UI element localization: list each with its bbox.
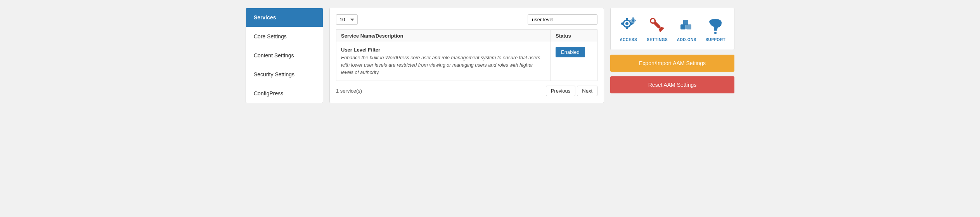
previous-button[interactable]: Previous [546,86,576,96]
support-label: SUPPORT [705,38,725,42]
sidebar-item-services[interactable]: Services [246,8,323,27]
service-cell: User Level Filter Enhance the built-in W… [336,42,551,81]
svg-rect-20 [680,24,686,29]
svg-rect-4 [626,18,628,20]
col-status-header: Status [551,30,597,42]
support-icon [706,16,725,34]
svg-point-3 [632,19,634,22]
svg-rect-22 [683,20,688,25]
table-footer: 1 service(s) Previous Next [336,86,597,96]
access-icon-item[interactable]: ACCESS [619,16,638,42]
svg-rect-14 [635,20,636,21]
reset-settings-button[interactable]: Reset AAM Settings [610,76,734,93]
access-icon [619,16,638,34]
sidebar: Services Core Settings Content Settings … [246,8,323,103]
svg-point-23 [714,32,717,34]
service-count: 1 service(s) [336,88,362,94]
table-row: User Level Filter Enhance the built-in W… [336,42,597,81]
svg-rect-12 [632,17,634,19]
svg-rect-21 [686,24,691,29]
status-cell: Enabled [551,42,597,81]
sidebar-item-security-settings[interactable]: Security Settings [246,65,323,84]
access-label: ACCESS [620,38,637,42]
svg-rect-13 [632,22,634,24]
settings-icon-item[interactable]: SETTINGS [647,16,668,42]
support-icon-item[interactable]: SUPPORT [705,16,725,42]
sidebar-item-core-settings[interactable]: Core Settings [246,27,323,46]
search-input[interactable] [528,14,597,25]
per-page-select[interactable]: 10 25 50 100 [336,14,358,25]
next-button[interactable]: Next [577,86,597,96]
services-table: Service Name/Description Status User Lev… [336,29,597,81]
enabled-button[interactable]: Enabled [556,47,585,57]
service-description: Enhance the built-in WordPress core user… [341,54,546,76]
col-name-header: Service Name/Description [336,30,551,42]
icon-panel: ACCESS SETTINGS [610,8,734,50]
settings-icon [648,16,667,34]
export-import-button[interactable]: Export/Import AAM Settings [610,55,734,72]
sidebar-item-configpress[interactable]: ConfigPress [246,84,323,103]
addons-icon [677,16,696,34]
svg-rect-5 [626,27,628,29]
settings-label: SETTINGS [647,38,668,42]
svg-rect-15 [630,20,631,21]
main-content: 10 25 50 100 Service Name/Description St… [329,8,604,103]
sidebar-item-content-settings[interactable]: Content Settings [246,46,323,65]
pagination: Previous Next [546,86,597,96]
addons-icon-item[interactable]: ADD-ONS [677,16,696,42]
service-name: User Level Filter [341,47,546,53]
svg-point-1 [625,22,629,25]
toolbar: 10 25 50 100 [336,14,597,25]
addons-label: ADD-ONS [677,38,696,42]
right-panel: ACCESS SETTINGS [610,8,734,103]
